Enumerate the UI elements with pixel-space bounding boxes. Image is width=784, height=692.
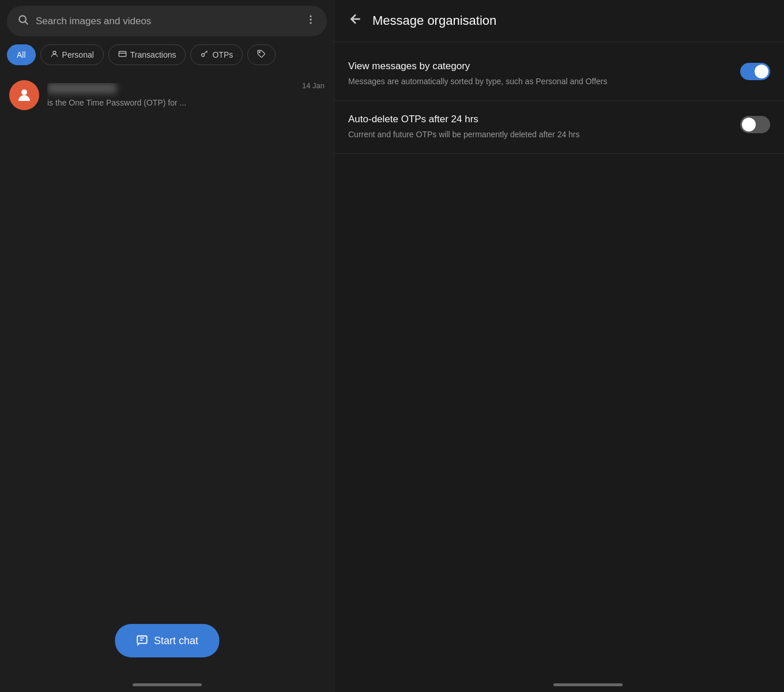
message-content: is the One Time Password (OTP) for ... [47,83,294,107]
setting-item-auto-delete-otps: Auto-delete OTPs after 24 hrs Current an… [334,101,784,154]
toggle-thumb-auto-delete-otps [742,118,756,131]
svg-point-5 [53,51,56,54]
message-sender [47,83,116,93]
svg-point-0 [19,16,26,22]
avatar [9,80,39,110]
toggle-auto-delete-otps[interactable] [740,116,770,133]
settings-content: View messages by category Messages are a… [334,42,784,692]
svg-rect-6 [119,51,126,57]
tag-icon [257,50,266,60]
right-panel: Message organisation View messages by ca… [334,0,784,692]
message-item[interactable]: is the One Time Password (OTP) for ... 1… [0,72,334,118]
setting-item-view-by-category: View messages by category Messages are a… [334,48,784,101]
bottom-bar-indicator-right [553,683,623,686]
start-chat-button[interactable]: Start chat [115,624,219,657]
filter-tab-personal-label: Personal [62,50,94,59]
search-icon [17,14,29,28]
svg-point-10 [21,89,27,95]
left-panel: Search images and videos All Personal [0,0,334,692]
message-time: 14 Jan [302,81,325,90]
filter-tab-otps-label: OTPs [212,50,233,59]
message-preview: is the One Time Password (OTP) for ... [47,98,294,107]
search-placeholder-text: Search images and videos [36,16,298,27]
search-bar[interactable]: Search images and videos [7,6,327,36]
svg-point-8 [202,54,205,57]
setting-title-auto-delete-otps: Auto-delete OTPs after 24 hrs [348,114,729,125]
setting-text-auto-delete-otps: Auto-delete OTPs after 24 hrs Current an… [348,114,729,141]
filter-tab-more[interactable] [247,44,276,65]
bottom-bar-indicator-left [133,683,202,686]
personal-icon [50,50,59,60]
right-header: Message organisation [334,0,784,42]
setting-title-view-by-category: View messages by category [348,61,729,72]
toggle-thumb-view-by-category [755,65,768,78]
svg-line-1 [25,22,28,25]
filter-tab-transactions[interactable]: Transactions [108,44,186,65]
setting-desc-auto-delete-otps: Current and future OTPs will be permanen… [348,129,729,141]
transactions-icon [118,50,127,60]
more-options-icon[interactable] [305,14,316,28]
setting-desc-view-by-category: Messages are automatically sorted by typ… [348,76,729,88]
filter-tab-all[interactable]: All [7,44,36,65]
svg-point-2 [310,16,311,17]
setting-text-view-by-category: View messages by category Messages are a… [348,61,729,88]
toggle-view-by-category[interactable] [740,63,770,80]
svg-point-3 [310,18,311,20]
back-button[interactable] [348,12,363,30]
filter-tabs: All Personal Transactions [0,42,334,72]
page-title: Message organisation [372,13,496,28]
filter-tab-otps[interactable]: OTPs [190,44,243,65]
filter-tab-transactions-label: Transactions [130,50,176,59]
svg-point-4 [310,22,311,24]
filter-tab-personal[interactable]: Personal [40,44,104,65]
svg-point-9 [259,51,261,52]
start-chat-icon [135,634,148,647]
message-list: is the One Time Password (OTP) for ... 1… [0,72,334,692]
start-chat-label: Start chat [154,635,198,647]
filter-tab-all-label: All [17,50,26,59]
otps-icon [200,50,209,60]
